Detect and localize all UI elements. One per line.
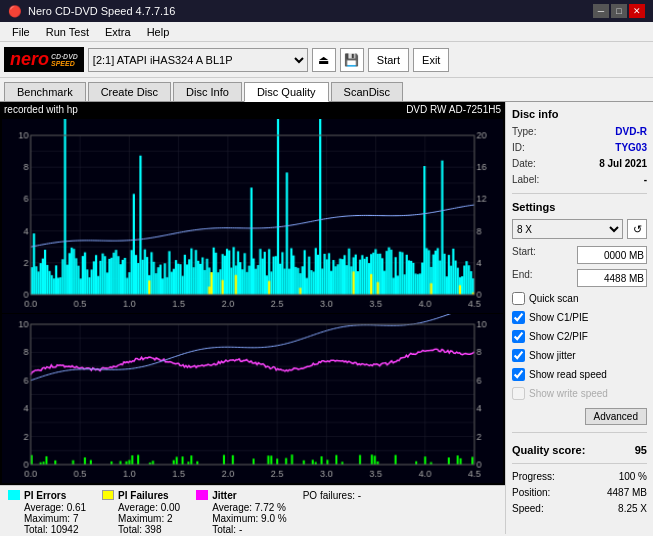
legend-po-failures: PO failures: -: [303, 490, 361, 501]
jitter-avg: Average: 7.72 %: [212, 502, 286, 513]
save-icon[interactable]: 💾: [340, 48, 364, 72]
title-bar: 🔴 Nero CD-DVD Speed 4.7.7.16 ─ □ ✕: [0, 0, 653, 22]
speed-value: 8.25 X: [618, 503, 647, 514]
close-button[interactable]: ✕: [629, 4, 645, 18]
menu-bar: File Run Test Extra Help: [0, 22, 653, 42]
disc-type-value: DVD-R: [615, 126, 647, 137]
position-row: Position: 4487 MB: [512, 487, 647, 498]
speed-row-info: Speed: 8.25 X: [512, 503, 647, 514]
disc-id-row: ID: TYG03: [512, 142, 647, 153]
pi-failures-avg: Average: 0.00: [118, 502, 180, 513]
end-input[interactable]: [577, 269, 647, 287]
maximize-button[interactable]: □: [611, 4, 627, 18]
menu-help[interactable]: Help: [139, 24, 178, 40]
show-read-speed-checkbox[interactable]: [512, 368, 525, 381]
tab-create-disc[interactable]: Create Disc: [88, 82, 171, 101]
position-label: Position:: [512, 487, 550, 498]
po-failures-value: -: [358, 490, 361, 501]
menu-extra[interactable]: Extra: [97, 24, 139, 40]
exit-button[interactable]: Exit: [413, 48, 449, 72]
show-c2-pif-row: Show C2/PIF: [512, 330, 647, 343]
pi-failures-total: Total: 398: [118, 524, 180, 535]
disc-label-label: Label:: [512, 174, 539, 185]
chart-drive-label: DVD RW AD-7251H5: [406, 104, 501, 115]
settings-title: Settings: [512, 201, 647, 213]
legend-area: PI Errors Average: 0.61 Maximum: 7 Total…: [0, 485, 505, 536]
menu-file[interactable]: File: [4, 24, 38, 40]
settings-refresh-icon[interactable]: ↺: [627, 219, 647, 239]
start-label: Start:: [512, 246, 536, 264]
speed-label: Speed:: [512, 503, 544, 514]
show-c1-pie-row: Show C1/PIE: [512, 311, 647, 324]
quality-score-value: 95: [635, 444, 647, 456]
legend-jitter: Jitter Average: 7.72 % Maximum: 9.0 % To…: [196, 490, 286, 535]
chart-header: recorded with hp DVD RW AD-7251H5: [0, 102, 505, 117]
toolbar: nero CD·DVD SPEED [2:1] ATAPI iHAS324 A …: [0, 42, 653, 78]
tab-disc-info[interactable]: Disc Info: [173, 82, 242, 101]
tab-disc-quality[interactable]: Disc Quality: [244, 82, 329, 102]
pi-errors-label: PI Errors: [24, 490, 66, 501]
show-read-speed-label: Show read speed: [529, 369, 607, 380]
jitter-max: Maximum: 9.0 %: [212, 513, 286, 524]
disc-id-value: TYG03: [615, 142, 647, 153]
advanced-button[interactable]: Advanced: [585, 408, 647, 425]
charts-section: [0, 117, 505, 485]
menu-run-test[interactable]: Run Test: [38, 24, 97, 40]
quick-scan-row: Quick scan: [512, 292, 647, 305]
divider-3: [512, 463, 647, 464]
show-jitter-label: Show jitter: [529, 350, 576, 361]
nero-logo: nero CD·DVD SPEED: [4, 47, 84, 72]
right-panel: Disc info Type: DVD-R ID: TYG03 Date: 8 …: [505, 102, 653, 534]
main-content: recorded with hp DVD RW AD-7251H5 PI Err…: [0, 102, 653, 534]
pi-errors-color: [8, 490, 20, 500]
pi-errors-total: Total: 10942: [24, 524, 86, 535]
pi-errors-avg: Average: 0.61: [24, 502, 86, 513]
tab-benchmark[interactable]: Benchmark: [4, 82, 86, 101]
show-jitter-checkbox[interactable]: [512, 349, 525, 362]
pie-chart: [2, 119, 503, 313]
app-icon: 🔴: [8, 5, 22, 18]
show-read-speed-row: Show read speed: [512, 368, 647, 381]
position-value: 4487 MB: [607, 487, 647, 498]
speed-row: 8 X ↺: [512, 219, 647, 239]
legend-pi-failures: PI Failures Average: 0.00 Maximum: 2 Tot…: [102, 490, 180, 535]
disc-type-row: Type: DVD-R: [512, 126, 647, 137]
chart-recorded-label: recorded with hp: [4, 104, 78, 115]
start-row: Start:: [512, 246, 647, 264]
quality-score-label: Quality score:: [512, 444, 585, 456]
pi-failures-label: PI Failures: [118, 490, 169, 501]
disc-label-value: -: [644, 174, 647, 185]
disc-date-label: Date:: [512, 158, 536, 169]
jitter-label: Jitter: [212, 490, 236, 501]
progress-value: 100 %: [619, 471, 647, 482]
disc-label-row: Label: -: [512, 174, 647, 185]
speed-select[interactable]: 8 X: [512, 219, 623, 239]
tab-scan-disc[interactable]: ScanDisc: [331, 82, 403, 101]
jitter-color: [196, 490, 208, 500]
chart-wrapper: recorded with hp DVD RW AD-7251H5 PI Err…: [0, 102, 505, 534]
end-row: End:: [512, 269, 647, 287]
show-write-speed-row: Show write speed: [512, 387, 647, 400]
disc-date-row: Date: 8 Jul 2021: [512, 158, 647, 169]
legend-pi-errors: PI Errors Average: 0.61 Maximum: 7 Total…: [8, 490, 86, 535]
disc-date-value: 8 Jul 2021: [599, 158, 647, 169]
minimize-button[interactable]: ─: [593, 4, 609, 18]
pi-failures-max: Maximum: 2: [118, 513, 180, 524]
start-input[interactable]: [577, 246, 647, 264]
show-c1-pie-checkbox[interactable]: [512, 311, 525, 324]
po-failures-label: PO failures:: [303, 490, 355, 501]
eject-icon[interactable]: ⏏: [312, 48, 336, 72]
quality-score-row: Quality score: 95: [512, 444, 647, 456]
drive-select[interactable]: [2:1] ATAPI iHAS324 A BL1P: [88, 48, 308, 72]
show-jitter-row: Show jitter: [512, 349, 647, 362]
start-button[interactable]: Start: [368, 48, 409, 72]
show-write-speed-checkbox: [512, 387, 525, 400]
disc-id-label: ID:: [512, 142, 525, 153]
quick-scan-checkbox[interactable]: [512, 292, 525, 305]
divider-1: [512, 193, 647, 194]
pi-failures-color: [102, 490, 114, 500]
progress-row: Progress: 100 %: [512, 471, 647, 482]
show-c2-pif-checkbox[interactable]: [512, 330, 525, 343]
disc-info-title: Disc info: [512, 108, 647, 120]
end-label: End:: [512, 269, 533, 287]
